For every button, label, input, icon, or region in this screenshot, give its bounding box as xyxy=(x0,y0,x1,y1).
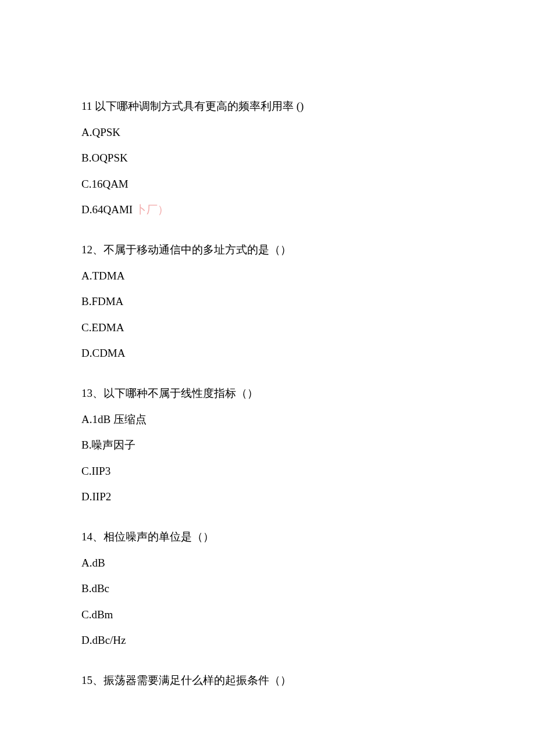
option-c: C.EDMA xyxy=(81,320,454,336)
option-a: A.1dB 压缩点 xyxy=(81,412,454,428)
question-number: 12 xyxy=(81,243,92,256)
question-text: 13、以下哪种不属于线性度指标（） xyxy=(81,386,454,402)
option-a: A.QPSK xyxy=(81,125,454,141)
option-d: D.CDMA xyxy=(81,346,454,361)
option-a: A.TDMA xyxy=(81,268,454,284)
question-11: 11 以下哪种调制方式具有更高的频率利用率 () A.QPSK B.OQPSK … xyxy=(81,99,454,218)
option-d: D.IIP2 xyxy=(81,489,454,505)
question-stem: 、以下哪种不属于线性度指标（） xyxy=(92,387,258,399)
question-12: 12、不属于移动通信中的多址方式的是（） A.TDMA B.FDMA C.EDM… xyxy=(81,242,454,361)
question-number: 15 xyxy=(81,674,92,686)
question-13: 13、以下哪种不属于线性度指标（） A.1dB 压缩点 B.噪声因子 C.IIP… xyxy=(81,386,454,505)
option-a: A.dB xyxy=(81,556,454,571)
option-b: B.dBc xyxy=(81,581,454,597)
document-page: 11 以下哪种调制方式具有更高的频率利用率 () A.QPSK B.OQPSK … xyxy=(0,0,535,756)
question-number: 13 xyxy=(81,387,92,399)
question-stem: 、相位噪声的单位是（） xyxy=(92,531,214,543)
question-number: 14 xyxy=(81,531,92,543)
option-b: B.FDMA xyxy=(81,294,454,310)
option-c: C.IIP3 xyxy=(81,464,454,479)
question-number: 11 xyxy=(81,100,92,112)
option-c: C.16QAM xyxy=(81,177,454,192)
question-text: 15、振荡器需要满足什么样的起振条件（） xyxy=(81,673,454,689)
option-c: C.dBm xyxy=(81,607,454,623)
option-d-annotation: 卜厂） xyxy=(133,203,169,216)
option-d: D.64QAMI 卜厂） xyxy=(81,202,454,218)
question-text: 11 以下哪种调制方式具有更高的频率利用率 () xyxy=(81,99,454,114)
option-b: B.噪声因子 xyxy=(81,438,454,453)
question-15: 15、振荡器需要满足什么样的起振条件（） xyxy=(81,673,454,689)
option-d: D.dBc/Hz xyxy=(81,633,454,648)
option-d-label: D.64QAMI xyxy=(81,203,133,216)
question-stem: 、振荡器需要满足什么样的起振条件（） xyxy=(92,674,291,686)
question-14: 14、相位噪声的单位是（） A.dB B.dBc C.dBm D.dBc/Hz xyxy=(81,529,454,648)
question-stem: 以下哪种调制方式具有更高的频率利用率 () xyxy=(92,100,304,112)
question-stem: 、不属于移动通信中的多址方式的是（） xyxy=(92,243,291,256)
option-b: B.OQPSK xyxy=(81,151,454,166)
question-text: 14、相位噪声的单位是（） xyxy=(81,529,454,545)
question-text: 12、不属于移动通信中的多址方式的是（） xyxy=(81,242,454,258)
